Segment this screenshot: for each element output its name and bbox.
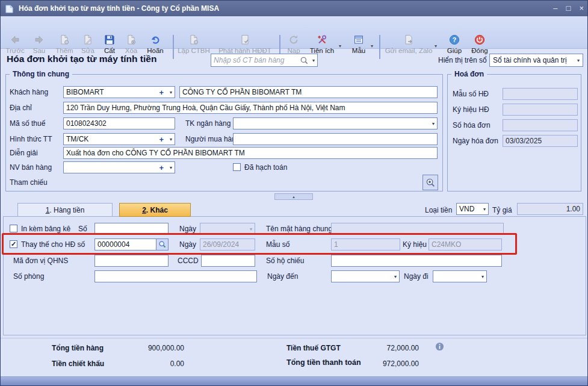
toolbar: Trước Sau Thêm Sửa Cất Xóa Hoãn Lậ xyxy=(1,16,588,49)
toolbar-button-mau[interactable]: Mẫu xyxy=(347,34,370,61)
reference-zoom-button[interactable] xyxy=(422,175,438,190)
add-payment-method-icon[interactable]: + xyxy=(159,135,164,144)
replace-invoice-checkbox[interactable]: ✓ xyxy=(10,240,17,248)
payment-method-label: Hình thức TT xyxy=(10,133,52,145)
buyer-input[interactable] xyxy=(233,133,438,145)
delete-document-icon xyxy=(126,34,137,46)
issue-invoice-icon xyxy=(240,34,250,46)
chevron-down-icon: ▾ xyxy=(481,274,484,279)
add-customer-icon[interactable]: + xyxy=(159,88,164,97)
search-dropdown-caret-icon[interactable]: ▾ xyxy=(312,58,315,63)
customer-label: Khách hàng xyxy=(10,86,48,98)
discount-amount-value: 0.00 xyxy=(97,360,184,368)
currency-value: VND xyxy=(459,205,474,213)
arrival-date-select[interactable]: ▾ xyxy=(331,270,400,282)
departure-date-select[interactable]: ▾ xyxy=(433,270,487,282)
tax-code-input[interactable]: 0108024302 xyxy=(63,117,175,129)
description-input[interactable]: Xuất hóa đơn cho CÔNG TY CỔ PHẦN BIBOMAR… xyxy=(63,147,438,159)
attach-number-input[interactable] xyxy=(94,223,169,235)
payment-method-combo[interactable]: TM/CK + ▾ xyxy=(63,133,175,145)
refresh-icon xyxy=(288,34,299,46)
bank-account-select[interactable]: ▾ xyxy=(233,117,438,129)
invoice-number-input xyxy=(503,119,578,131)
search-box[interactable]: ▾ xyxy=(211,54,318,67)
gui-email-dropdown-caret-icon[interactable]: ▾ xyxy=(435,43,437,49)
arrival-date-label: Ngày đến xyxy=(267,270,298,282)
display-on-book-value: Sổ tài chính và quản trị xyxy=(493,56,567,64)
chevron-down-icon[interactable]: ▾ xyxy=(170,90,172,95)
room-number-input[interactable] xyxy=(94,270,257,282)
invoice-date-label: Ngày hóa đơn xyxy=(453,135,498,147)
document-icon xyxy=(188,34,199,46)
window-title: Hóa đơn khởi tạo từ máy tính tiền - Công… xyxy=(19,4,219,13)
zoom-in-magnifier-icon xyxy=(426,178,436,188)
edit-document-icon xyxy=(82,34,93,46)
posted-checkbox[interactable] xyxy=(233,163,241,171)
replace-template-input: 1 xyxy=(331,238,400,251)
salesperson-combo[interactable]: + ▾ xyxy=(63,161,175,173)
qhns-code-label: Mã đơn vị QHNS xyxy=(13,255,68,267)
chevron-down-icon[interactable]: ▾ xyxy=(170,165,172,170)
general-info-legend: Thông tin chung xyxy=(10,70,72,78)
exchange-rate-label: Tỷ giá xyxy=(492,204,512,216)
qhns-code-input[interactable] xyxy=(94,255,169,267)
send-email-icon xyxy=(403,34,414,46)
description-value: Xuất hóa đơn cho CÔNG TY CỔ PHẦN BIBOMAR… xyxy=(66,149,245,157)
payment-method-value: TM/CK xyxy=(66,135,88,143)
attach-list-checkbox[interactable] xyxy=(10,225,17,232)
customer-combo[interactable]: BIBOMART + ▾ xyxy=(63,86,175,98)
invoice-symbol-input xyxy=(503,104,578,116)
tax-code-value: 0108024302 xyxy=(66,119,107,128)
tien-ich-dropdown-caret-icon[interactable]: ▾ xyxy=(339,43,341,49)
replace-template-value: 1 xyxy=(334,240,338,249)
mau-dropdown-caret-icon[interactable]: ▾ xyxy=(371,43,373,49)
address-value: 120 Trần Duy Hưng, Phường Trung Hoà, Quậ… xyxy=(66,104,345,112)
add-salesperson-icon[interactable]: + xyxy=(159,163,164,172)
chevron-down-icon: ▾ xyxy=(394,274,397,279)
maximize-button[interactable]: □ xyxy=(566,1,571,16)
tab-hang-tien[interactable]: 1. Hàng tiền xyxy=(17,203,113,217)
info-icon[interactable] xyxy=(435,342,444,353)
tab-accelerator: 2 xyxy=(142,206,146,214)
display-on-book-select[interactable]: Sổ tài chính và quản trị ▾ xyxy=(489,54,583,67)
power-close-icon xyxy=(474,34,485,46)
toolbar-button-lap-ctbh: Lập CTBH xyxy=(176,34,211,61)
tab-khac[interactable]: 2. Khác xyxy=(119,203,191,217)
search-icon[interactable] xyxy=(300,56,309,65)
chevron-down-icon[interactable]: ▾ xyxy=(170,137,172,142)
customer-name-value: CÔNG TY CỔ PHẦN BIBOMART TM xyxy=(182,88,302,96)
exchange-rate-value: 1.00 xyxy=(566,205,580,213)
collapse-arrow-icon: ▲ xyxy=(292,195,296,199)
common-item-name-label: Tên mặt hàng chung xyxy=(266,223,332,235)
replace-invoice-date-label: Ngày xyxy=(179,238,196,251)
display-on-book-label: Hiển thị trên sổ xyxy=(438,56,487,64)
template-icon xyxy=(353,34,364,46)
status-bar xyxy=(1,376,588,386)
tab-label: . Khác xyxy=(146,206,168,214)
buyer-label: Người mua hàng xyxy=(185,133,240,145)
attach-date-label: Ngày xyxy=(179,223,196,235)
passport-input[interactable] xyxy=(331,255,502,267)
customer-name-input[interactable]: CÔNG TY CỔ PHẦN BIBOMART TM xyxy=(179,86,438,98)
currency-select[interactable]: VND ▾ xyxy=(456,203,489,215)
search-input[interactable] xyxy=(214,56,300,64)
collapse-panel-button[interactable]: ▲ xyxy=(274,193,313,200)
reference-label: Tham chiếu xyxy=(10,176,48,188)
chevron-down-icon: ▾ xyxy=(577,58,580,63)
cccd-input[interactable] xyxy=(201,255,255,267)
save-icon xyxy=(104,34,115,46)
address-input[interactable]: 120 Trần Duy Hưng, Phường Trung Hoà, Quậ… xyxy=(63,102,438,114)
invoice-date-value: 03/03/2025 xyxy=(506,137,542,145)
description-label: Diễn giải xyxy=(10,147,38,159)
tools-icon xyxy=(317,34,327,46)
lookup-invoice-button[interactable] xyxy=(156,239,168,250)
new-document-icon xyxy=(59,34,70,46)
minimize-button[interactable]: – xyxy=(553,1,557,16)
chevron-down-icon: ▾ xyxy=(432,121,435,126)
app-icon xyxy=(5,4,14,13)
attach-date-select: ▾ xyxy=(200,223,255,235)
toolbar-button-gui-email-zalo: Gửi email, Zalo xyxy=(383,34,434,61)
invoice-template-input xyxy=(503,88,578,100)
close-button[interactable]: × xyxy=(579,1,584,16)
replace-invoice-number-input[interactable]: 00000004 xyxy=(94,238,169,251)
